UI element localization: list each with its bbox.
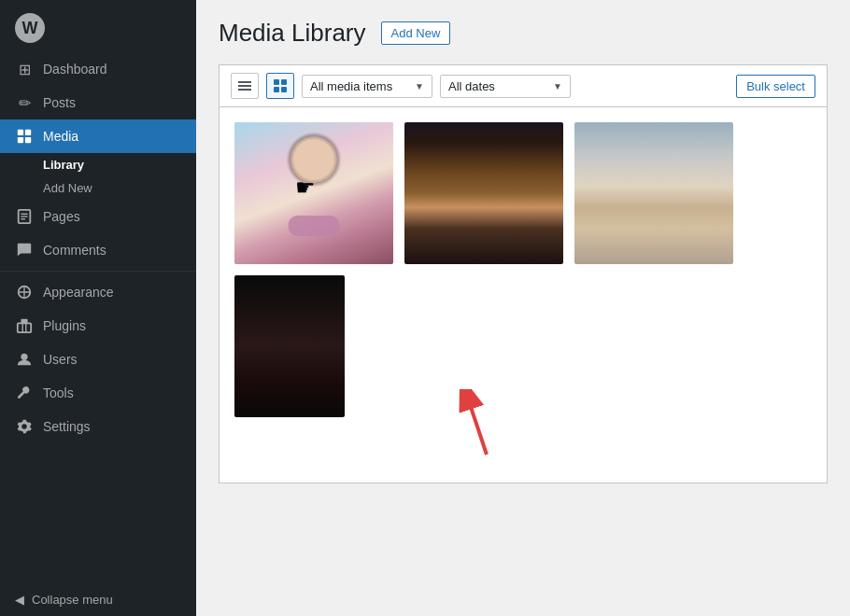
media-item[interactable]: ☛ bbox=[234, 122, 393, 264]
sidebar: W ⊞ Dashboard ✏ Posts Media Library Add … bbox=[0, 0, 196, 616]
sidebar-item-pages[interactable]: Pages bbox=[0, 200, 196, 233]
media-item[interactable] bbox=[574, 122, 733, 264]
wp-logo-icon: W bbox=[15, 13, 45, 43]
main-content: Media Library Add New All media items ▼ … bbox=[196, 0, 850, 616]
page-title: Media Library bbox=[219, 19, 366, 48]
svg-rect-10 bbox=[18, 323, 31, 332]
settings-icon bbox=[15, 417, 34, 436]
sidebar-item-comments[interactable]: Comments bbox=[0, 233, 196, 267]
media-grid-wrapper: ☛ bbox=[219, 106, 828, 483]
add-new-media-label: Add New bbox=[43, 181, 92, 195]
sidebar-item-appearance[interactable]: Appearance bbox=[0, 275, 196, 309]
media-item[interactable] bbox=[404, 122, 563, 264]
filter-media-dropdown[interactable]: All media items ▼ bbox=[302, 75, 432, 98]
sidebar-item-label: Appearance bbox=[43, 285, 114, 300]
sidebar-item-users[interactable]: Users bbox=[0, 343, 196, 376]
svg-rect-15 bbox=[238, 85, 251, 87]
users-icon bbox=[15, 350, 34, 369]
collapse-label: Collapse menu bbox=[32, 593, 113, 607]
sidebar-item-label: Settings bbox=[43, 419, 91, 434]
comments-icon bbox=[15, 241, 34, 259]
sidebar-item-tools[interactable]: Tools bbox=[0, 376, 196, 410]
svg-rect-1 bbox=[25, 130, 31, 135]
filter-dates-dropdown[interactable]: All dates ▼ bbox=[440, 75, 571, 98]
svg-rect-14 bbox=[238, 81, 251, 83]
pages-icon bbox=[15, 207, 34, 226]
sidebar-item-dashboard[interactable]: ⊞ Dashboard bbox=[0, 52, 196, 86]
svg-rect-3 bbox=[25, 137, 31, 143]
chevron-down-icon: ▼ bbox=[553, 81, 562, 91]
svg-rect-0 bbox=[18, 130, 23, 135]
sidebar-item-posts[interactable]: ✏ Posts bbox=[0, 86, 196, 119]
sidebar-item-label: Pages bbox=[43, 209, 80, 224]
sidebar-item-label: Dashboard bbox=[43, 62, 107, 77]
chevron-down-icon: ▼ bbox=[415, 81, 424, 91]
svg-rect-16 bbox=[238, 89, 251, 91]
svg-point-13 bbox=[21, 354, 27, 360]
media-toolbar: All media items ▼ All dates ▼ Bulk selec… bbox=[219, 64, 828, 106]
tools-icon bbox=[15, 384, 34, 402]
sidebar-item-label: Comments bbox=[43, 243, 106, 258]
media-item[interactable] bbox=[234, 275, 345, 417]
list-icon bbox=[237, 78, 252, 93]
collapse-icon: ◀ bbox=[15, 593, 24, 607]
collapse-menu[interactable]: ◀ Collapse menu bbox=[0, 583, 196, 616]
grid-view-button[interactable] bbox=[266, 73, 294, 99]
media-icon bbox=[15, 127, 34, 146]
filter-media-value: All media items bbox=[310, 79, 392, 93]
page-header: Media Library Add New bbox=[219, 19, 828, 48]
sidebar-item-media[interactable]: Media bbox=[0, 119, 196, 153]
dashboard-icon: ⊞ bbox=[15, 60, 34, 78]
sidebar-sub-add-new[interactable]: Add New bbox=[0, 176, 196, 200]
list-view-button[interactable] bbox=[231, 73, 259, 99]
grid-icon bbox=[273, 78, 288, 93]
sidebar-item-plugins[interactable]: Plugins bbox=[0, 309, 196, 343]
sidebar-item-label: Media bbox=[43, 129, 78, 144]
svg-rect-17 bbox=[274, 79, 279, 85]
sidebar-item-label: Plugins bbox=[43, 318, 86, 333]
sidebar-item-label: Posts bbox=[43, 95, 76, 110]
bulk-select-button[interactable]: Bulk select bbox=[736, 75, 815, 98]
library-label: Library bbox=[43, 158, 84, 172]
sidebar-logo: W bbox=[0, 0, 196, 52]
filter-dates-value: All dates bbox=[448, 79, 495, 93]
appearance-icon bbox=[15, 283, 34, 301]
sidebar-item-label: Tools bbox=[43, 385, 74, 400]
add-new-button[interactable]: Add New bbox=[381, 21, 451, 45]
posts-icon: ✏ bbox=[15, 93, 34, 112]
svg-rect-18 bbox=[281, 79, 287, 85]
svg-rect-20 bbox=[281, 87, 287, 92]
sidebar-sub-library[interactable]: Library bbox=[0, 153, 196, 176]
plugins-icon bbox=[15, 316, 34, 335]
svg-rect-19 bbox=[274, 87, 279, 92]
svg-rect-2 bbox=[18, 137, 23, 143]
media-grid: ☛ bbox=[234, 122, 812, 417]
sidebar-item-label: Users bbox=[43, 352, 78, 367]
sidebar-item-settings[interactable]: Settings bbox=[0, 410, 196, 443]
